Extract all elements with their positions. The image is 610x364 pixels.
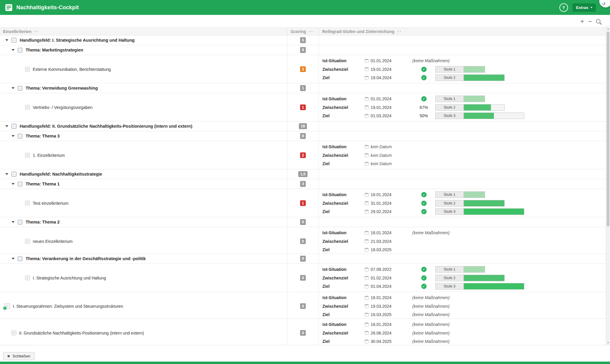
phase-label: Ist-Situation: [322, 144, 365, 149]
reifegrad-line: Ziel 18.03.2025 (keine Maßnahmen): [322, 310, 606, 319]
sort-icon[interactable]: ▲▼: [34, 30, 39, 33]
row-label: II. Grundsätzliche Nachhaltigkeits-Posit…: [19, 331, 144, 335]
sort-icon[interactable]: ▲▼: [397, 30, 402, 33]
date-value: kein Datum: [365, 144, 412, 149]
score-badge: 5: [300, 37, 306, 43]
handlungsfeld-icon: [11, 37, 17, 43]
collapse-caret-icon[interactable]: [12, 135, 15, 137]
reifegrad-cell: Ist-Situation 18.01.2024 (keine Maßnahme…: [319, 292, 606, 321]
score-badge: 0: [300, 275, 306, 281]
scroll-up-icon[interactable]: ▲: [606, 27, 610, 30]
maturity-bar: Stufe 2: [435, 104, 505, 111]
row-label: I. Steuerungsrahmen: Zielsystem und Steu…: [13, 304, 123, 309]
close-button[interactable]: ✖ Schließen: [3, 352, 35, 360]
score-badge: 3: [300, 66, 306, 72]
progress-bar: [464, 208, 524, 215]
calendar-icon: [365, 304, 369, 308]
phase-label: Ist-Situation: [322, 58, 365, 63]
stufe-label: Stufe 2: [435, 74, 464, 81]
status-cell: 50%: [412, 113, 435, 118]
status-cell: ✓: [412, 75, 435, 80]
column-header-reifegrad[interactable]: Reifegrad-Stufen und Zielerreichung ▲▼: [319, 28, 606, 35]
stufe-label: Stufe 1: [435, 191, 464, 198]
table-row-thema[interactable]: Thema: Thema 2 0: [0, 217, 606, 227]
collapse-caret-icon[interactable]: [5, 125, 8, 127]
column-header-scoring[interactable]: Scoring ▲▼: [287, 28, 319, 35]
no-measures-note: (keine Maßnahmen): [412, 295, 450, 300]
progress-bar: [464, 74, 505, 81]
reifegrad-line: Ist-Situation kein Datum: [322, 143, 606, 151]
table-row-thema[interactable]: Thema: Thema 3 8: [0, 131, 606, 141]
date-value: 18.01.2024: [365, 295, 412, 300]
table-row-kriterium[interactable]: neues Einzelkriterium 0 Ist-Situation 18…: [0, 227, 606, 254]
search-icon[interactable]: [596, 19, 600, 24]
vertical-scrollbar[interactable]: ▲ ▼: [606, 26, 610, 345]
no-measures-note: (keine Maßnahmen): [412, 331, 450, 335]
table-row-thema[interactable]: Thema: Vermeidung Greenwashing 1: [0, 83, 606, 93]
scoring-cell: 3: [287, 55, 319, 84]
reifegrad-cell: Ist-Situation 01.01.2024 (keine Maßnahme…: [319, 55, 606, 84]
score-badge: 16: [299, 123, 307, 129]
phase-label: Ziel: [322, 339, 365, 344]
calendar-icon: [365, 114, 369, 118]
collapse-caret-icon[interactable]: [12, 183, 15, 185]
row-label: Thema: Verankerung in der Geschäftsstrat…: [26, 256, 146, 261]
collapse-caret-icon[interactable]: [12, 87, 15, 89]
zoom-toolbar: + −: [0, 15, 606, 27]
criteria-cell: Thema: Thema 3: [0, 131, 287, 141]
criteria-cell: Thema: Marketingstrategien: [0, 45, 287, 55]
column-header-einzelkriterien[interactable]: Einzelkriterien ▲▼: [0, 28, 287, 35]
scoring-cell: 1,5: [287, 169, 319, 179]
reifegrad-line: Zwischenziel 01.02.2024 ✓ Stufe 2: [322, 274, 606, 282]
criteria-cell: 1. Einzelkriterium: [0, 141, 287, 170]
progress-bar: [464, 66, 485, 73]
collapse-caret-icon[interactable]: [12, 49, 15, 51]
stufe-label: Stufe 1: [435, 266, 464, 273]
collapse-caret-icon[interactable]: [12, 221, 15, 223]
phase-label: Zwischenziel: [322, 153, 365, 158]
scoring-cell: 1: [287, 93, 319, 122]
phase-label: Ziel: [322, 75, 365, 80]
calendar-icon: [365, 162, 369, 166]
table-row-kriterium[interactable]: ✓ I. Steuerungsrahmen: Zielsystem und St…: [0, 292, 606, 319]
calendar-icon: [365, 67, 369, 71]
scroll-down-icon[interactable]: ▼: [606, 341, 610, 344]
phase-label: Zwischenziel: [322, 239, 365, 244]
table-row-thema[interactable]: Thema: Marketingstrategien 9: [0, 45, 606, 55]
score-badge: 0: [300, 238, 306, 244]
collapse-caret-icon[interactable]: [5, 39, 8, 41]
completed-check-icon: ✓: [3, 306, 7, 310]
row-label: Thema: Thema 2: [26, 220, 60, 224]
phase-label: Zwischenziel: [322, 331, 365, 335]
scoring-cell: 16: [287, 121, 319, 131]
scrollbar-thumb[interactable]: [607, 32, 609, 226]
collapse-caret-icon[interactable]: [12, 258, 15, 260]
corner-button[interactable]: ↺: [599, 0, 610, 7]
table-row-handlungsfeld[interactable]: Handlungsfeld: Nachhaltigkeitsstrategie …: [0, 169, 606, 179]
collapse-caret-icon[interactable]: [5, 173, 8, 175]
sort-icon[interactable]: ▲▼: [308, 30, 313, 33]
table-row-kriterium[interactable]: Vertriebs- / Vergütungsvorgaben 1 Ist-Si…: [0, 93, 606, 121]
thema-icon: [17, 256, 23, 262]
calendar-icon: [365, 210, 369, 214]
phase-label: Ist-Situation: [322, 230, 365, 235]
table-row-kriterium[interactable]: I. Strategische Ausrichtung und Haltung …: [0, 264, 606, 292]
zoom-out-icon[interactable]: −: [588, 18, 592, 24]
calendar-icon: [365, 231, 369, 235]
extras-button[interactable]: Extras ▾: [572, 4, 596, 12]
table-row-kriterium[interactable]: Externe Kommunikation, Berichterstattung…: [0, 55, 606, 83]
table-row-thema[interactable]: Thema: Thema 1 3: [0, 179, 606, 189]
page-title: Nachhaltigkeits-Cockpit: [16, 4, 79, 11]
table-row-handlungsfeld[interactable]: Handlungsfeld: II. Grundsätzliche Nachha…: [0, 121, 606, 131]
table-row-kriterium[interactable]: 1. Einzelkriterium 2 Ist-Situation kein …: [0, 141, 606, 169]
calendar-icon: [365, 296, 369, 300]
table-row-handlungsfeld[interactable]: Handlungsfeld: I. Strategische Ausrichtu…: [0, 35, 606, 45]
table-row-kriterium[interactable]: Test einzelkriterium 1 Ist-Situation 18.…: [0, 189, 606, 217]
table-row-kriterium[interactable]: II. Grundsätzliche Nachhaltigkeits-Posit…: [0, 319, 606, 345]
help-button[interactable]: ?: [559, 3, 568, 12]
no-measures-note: (keine Maßnahmen): [412, 312, 450, 317]
zoom-in-icon[interactable]: +: [580, 18, 584, 24]
score-badge: 3: [300, 181, 306, 187]
reifegrad-line: Ziel kein Datum: [322, 160, 606, 168]
date-value: 19.01.2024: [365, 67, 412, 72]
